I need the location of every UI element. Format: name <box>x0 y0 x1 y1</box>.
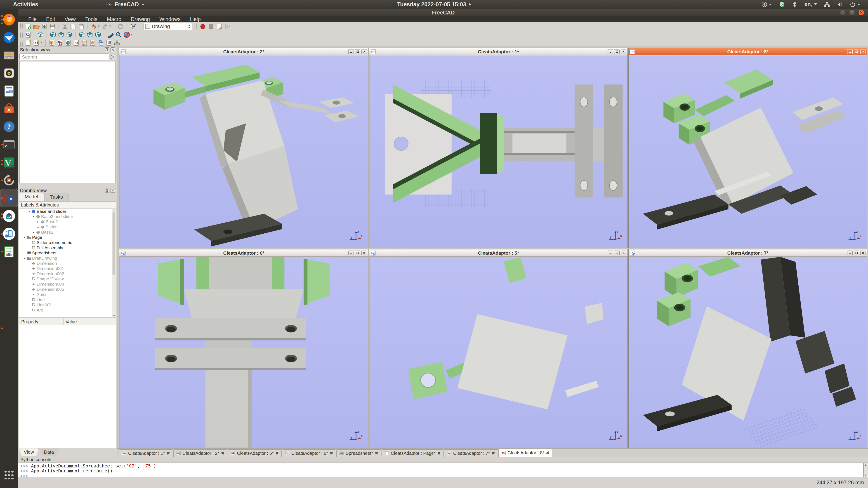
chevron-down-icon[interactable] <box>131 34 133 35</box>
dock-item-help[interactable]: ? <box>0 118 18 135</box>
menu-edit[interactable]: Edit <box>41 16 60 22</box>
tree-item-base2[interactable]: ▸Base2 <box>19 219 112 224</box>
close-icon[interactable]: ✖ <box>437 451 440 456</box>
macro-run-button[interactable] <box>223 23 231 30</box>
3d-viewport[interactable]: yzx <box>629 56 867 248</box>
new-page-default-button[interactable] <box>24 39 32 46</box>
mdi-maximize-button[interactable] <box>614 251 620 255</box>
panel-float-button[interactable] <box>105 188 109 193</box>
view-axonometric-button[interactable] <box>36 31 44 38</box>
close-icon[interactable]: ✖ <box>546 451 549 455</box>
tree-item-slider-axonometric[interactable]: Slider axonometric <box>19 240 112 245</box>
mdi-titlebar[interactable]: F CleatsAdaptor : 7* <box>629 250 867 257</box>
view-front-button[interactable] <box>49 31 57 38</box>
mdi-maximize-button[interactable] <box>854 251 859 255</box>
clear-measurement-button[interactable] <box>123 31 131 38</box>
workbench-selector[interactable]: Drawing <box>144 23 192 30</box>
chevron-down-icon[interactable] <box>98 26 100 27</box>
spreadsheet-view-button[interactable] <box>105 39 113 46</box>
menu-drawing[interactable]: Drawing <box>126 16 155 22</box>
3d-viewport[interactable]: yzx <box>370 56 627 248</box>
draft-view-button[interactable] <box>64 39 72 46</box>
mdi-maximize-button[interactable] <box>355 49 360 54</box>
open-document-button[interactable] <box>32 23 40 30</box>
mdi-minimize-button[interactable] <box>348 49 354 54</box>
window-maximize-button[interactable]: □ <box>849 9 855 15</box>
copy-button[interactable] <box>69 23 77 30</box>
dock-item-software-updater[interactable]: A <box>0 171 18 189</box>
chevron-down-icon[interactable] <box>40 42 42 43</box>
dock-item-freecad[interactable]: F <box>0 189 18 207</box>
toolbar-grip[interactable] <box>20 32 23 37</box>
mdi-close-button[interactable] <box>621 49 626 54</box>
tree-item-base2-and-slider[interactable]: ▾Base2 and slider <box>19 214 112 219</box>
tree-item-arc[interactable]: Arc <box>19 307 112 313</box>
macro-stop-button[interactable] <box>207 23 215 30</box>
tree-expander-icon[interactable]: ▸ <box>37 220 40 223</box>
scroll-down-icon[interactable]: ▼ <box>113 314 115 317</box>
scroll-down-icon[interactable]: ▼ <box>865 474 867 477</box>
insert-ortho-views-button[interactable] <box>56 39 64 46</box>
tree-item-full-assembly[interactable]: Full Assembly <box>19 245 112 250</box>
activities-button[interactable]: Activities <box>13 1 38 8</box>
draft-to-drawing-button[interactable] <box>96 39 105 46</box>
mdi-minimize-button[interactable] <box>608 251 613 255</box>
close-icon[interactable]: ✖ <box>166 451 170 456</box>
panel-float-button[interactable] <box>105 47 109 52</box>
3d-viewport[interactable]: yzx <box>629 257 867 448</box>
viewport-canvas-axonometric-2[interactable] <box>120 56 368 248</box>
tray-keyboard-layout[interactable]: en1 <box>804 1 817 8</box>
undo-button[interactable] <box>90 23 98 30</box>
dock-item-firefox[interactable] <box>0 11 18 29</box>
mdi-close-button[interactable] <box>860 251 866 255</box>
close-icon[interactable]: ✖ <box>492 451 495 456</box>
paste-button[interactable] <box>77 23 85 30</box>
tab-view[interactable]: View <box>19 449 39 456</box>
menu-view[interactable]: View <box>60 16 81 22</box>
scroll-up-icon[interactable]: ▲ <box>113 209 115 212</box>
dock-item-libreoffice-impress[interactable] <box>0 82 18 100</box>
menu-help[interactable]: Help <box>185 16 205 22</box>
dock-item-rhythmbox[interactable] <box>0 64 18 82</box>
mdi-titlebar[interactable]: F CleatsAdaptor : 6* <box>119 250 368 257</box>
toolbar-grip[interactable] <box>20 24 23 29</box>
doc-tab-cleatsadaptor-6-[interactable]: FCleatsAdaptor : 6*✖ <box>282 449 336 457</box>
doc-tab-cleatsadaptor-7-[interactable]: FCleatsAdaptor : 7*✖ <box>444 449 498 457</box>
mdi-minimize-button[interactable] <box>847 251 852 255</box>
dock-item-android-tools[interactable] <box>0 207 18 225</box>
view-right-button[interactable] <box>65 31 73 38</box>
tree-item-base1[interactable]: ▸Base1 <box>19 230 112 235</box>
mdi-maximize-button[interactable] <box>614 49 620 54</box>
mdi-minimize-button[interactable] <box>847 49 852 54</box>
tree-item-slider[interactable]: ▸Slider <box>19 224 112 230</box>
close-icon[interactable]: ✖ <box>330 451 333 456</box>
doc-tab-cleatsadaptor-2-[interactable]: FCleatsAdaptor : 2*✖ <box>174 449 227 457</box>
viewport-canvas-axonometric-8[interactable] <box>629 56 867 248</box>
viewport-canvas-axonometric-7[interactable] <box>629 257 867 448</box>
mdi-minimize-button[interactable] <box>608 49 613 54</box>
new-page-a3-button[interactable]: A3 <box>32 39 40 46</box>
tree-item-line001[interactable]: Line001 <box>19 302 112 307</box>
viewport-canvas-bottom-6[interactable] <box>120 257 368 448</box>
refresh-button[interactable] <box>116 23 125 30</box>
view-top-button[interactable] <box>57 31 65 38</box>
tray-network-wired[interactable] <box>824 1 830 7</box>
close-icon[interactable]: ✖ <box>221 451 224 456</box>
doc-tab-cleatsadaptor-5-[interactable]: FCleatsAdaptor : 5*✖ <box>228 449 282 457</box>
doc-tab-cleatsadaptor-1-[interactable]: FCleatsAdaptor : 1*✖ <box>119 449 173 457</box>
value-column-header[interactable]: Value <box>64 318 77 325</box>
tree-item-line[interactable]: Line <box>19 297 112 302</box>
mdi-titlebar[interactable]: F CleatsAdaptor : 2* <box>119 48 368 55</box>
mdi-maximize-button[interactable] <box>854 49 859 54</box>
tab-data[interactable]: Data <box>39 449 59 456</box>
mdi-titlebar[interactable]: F CleatsAdaptor : 8* <box>629 48 867 55</box>
menu-file[interactable]: File <box>24 16 41 22</box>
window-minimize-button[interactable]: – <box>840 9 846 15</box>
python-console-scrollbar[interactable]: ▲▼ <box>864 463 868 477</box>
tree-scrollbar[interactable]: ▲ ▼ <box>112 209 116 317</box>
tree-item-spreadsheet[interactable]: Spreadsheet <box>19 250 112 256</box>
cut-button[interactable] <box>61 23 69 30</box>
dock-item-terminal[interactable]: >_ <box>0 135 18 153</box>
property-column-header[interactable]: Property <box>19 318 64 325</box>
doc-tab-spreadsheet-[interactable]: Spreadsheet*✖ <box>336 449 381 457</box>
